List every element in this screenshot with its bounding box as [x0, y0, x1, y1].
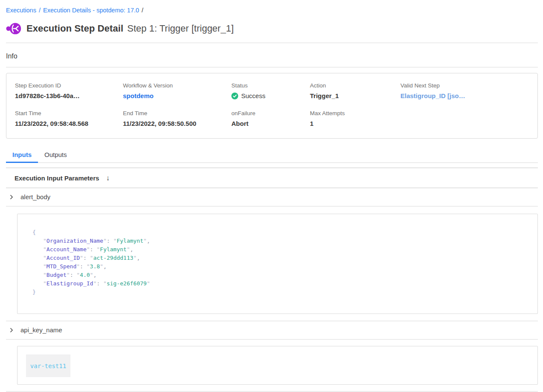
breadcrumb-separator: / — [142, 7, 143, 14]
alert-body-json-editor[interactable]: { "Organization_Name": "Fylamynt","Accou… — [17, 214, 538, 314]
tab-outputs[interactable]: Outputs — [38, 148, 73, 163]
param-row-api-key-name[interactable]: api_key_name — [6, 321, 538, 339]
json-code-line: "Elastigroup_Id": "sig-e26f6079" — [32, 279, 529, 288]
json-close-brace: } — [32, 288, 529, 296]
title-divider — [6, 43, 538, 43]
tab-inputs[interactable]: Inputs — [6, 148, 38, 163]
field-status: Status Success — [231, 82, 310, 99]
field-label: Valid Next Step — [400, 82, 529, 89]
workflow-branch-logo-icon — [6, 21, 22, 36]
field-value: 11/23/2022, 09:58:50.500 — [123, 120, 231, 127]
json-code-line: "Organization_Name": "Fylamynt", — [32, 237, 529, 245]
field-label: Action — [310, 82, 400, 89]
execution-step-detail-page: Executions/Execution Details - spotdemo:… — [0, 0, 543, 392]
field-label: Step Execution ID — [15, 82, 123, 89]
info-divider — [6, 67, 538, 67]
next-step-link[interactable]: Elastigroup_ID [jso… — [400, 92, 529, 99]
field-end-time: End Time 11/23/2022, 09:58:50.500 — [123, 110, 231, 127]
param-row-alert-body[interactable]: alert_body — [6, 188, 538, 206]
breadcrumb: Executions/Execution Details - spotdemo:… — [6, 5, 538, 15]
info-heading: Info — [6, 52, 538, 60]
api-key-name-editor[interactable]: var-test11 — [17, 346, 538, 385]
field-label: Workflow & Version — [123, 82, 231, 89]
json-code-line: "MTD_Spend": "3.8", — [32, 262, 529, 271]
breadcrumb-separator: / — [39, 7, 41, 14]
field-workflow-version: Workflow & Version spotdemo — [123, 82, 231, 99]
json-code-lines: "Organization_Name": "Fylamynt","Account… — [32, 237, 529, 288]
alert-body-divider — [6, 206, 538, 206]
field-value: Trigger_1 — [310, 92, 400, 99]
download-icon[interactable]: ↓ — [106, 174, 110, 182]
field-max-attempts: Max Attempts 1 — [310, 110, 400, 127]
field-step-execution-id: Step Execution ID 1d97828c-13b6-40a… — [15, 82, 123, 99]
field-on-failure: onFailure Abort — [231, 110, 310, 127]
execution-input-parameters-header: Execution Input Parameters ↓ — [6, 168, 538, 188]
field-action: Action Trigger_1 — [310, 82, 400, 99]
breadcrumb-link-executions[interactable]: Executions — [6, 7, 36, 14]
field-label: onFailure — [231, 110, 310, 116]
field-value: 1 — [310, 120, 400, 127]
api-key-name-divider — [6, 339, 538, 340]
param-name: api_key_name — [20, 326, 62, 334]
field-value: 11/23/2022, 09:58:48.568 — [15, 120, 123, 127]
field-label: Max Attempts — [310, 110, 400, 116]
field-label: Start Time — [15, 110, 123, 116]
json-code-line: "Account_ID": "act-29ddd113", — [32, 254, 529, 262]
info-card: Step Execution ID 1d97828c-13b6-40a… Wor… — [6, 73, 538, 139]
field-valid-next-step: Valid Next Step Elastigroup_ID [jso… — [400, 82, 529, 99]
json-code-line: "Account_Name": "Fylamynt", — [32, 245, 529, 254]
page-title: Execution Step Detail — [26, 23, 123, 34]
tabs: Inputs Outputs — [6, 148, 538, 163]
field-value: Abort — [231, 120, 310, 127]
field-start-time: Start Time 11/23/2022, 09:58:48.568 — [15, 110, 123, 127]
api-key-name-value: var-test11 — [26, 354, 70, 377]
field-label: Status — [231, 82, 310, 89]
status-badge: Success — [231, 92, 310, 99]
field-value: 1d97828c-13b6-40a… — [15, 92, 123, 99]
field-label: End Time — [123, 110, 231, 116]
workflow-link[interactable]: spotdemo — [123, 92, 231, 99]
param-name: alert_body — [20, 193, 50, 200]
page-subtitle: Step 1: Trigger [trigger_1] — [127, 23, 234, 34]
success-check-icon — [231, 93, 238, 99]
page-header: Execution Step Detail Step 1: Trigger [t… — [6, 21, 538, 36]
json-open-brace: { — [32, 228, 529, 237]
json-code-line: "Budget": "4.0", — [32, 271, 529, 279]
status-text: Success — [241, 92, 266, 99]
chevron-right-icon — [9, 194, 15, 200]
chevron-right-icon — [9, 327, 15, 333]
params-heading: Execution Input Parameters — [15, 174, 99, 182]
breadcrumb-link-execution-details[interactable]: Execution Details - spotdemo: 17.0 — [43, 7, 139, 14]
